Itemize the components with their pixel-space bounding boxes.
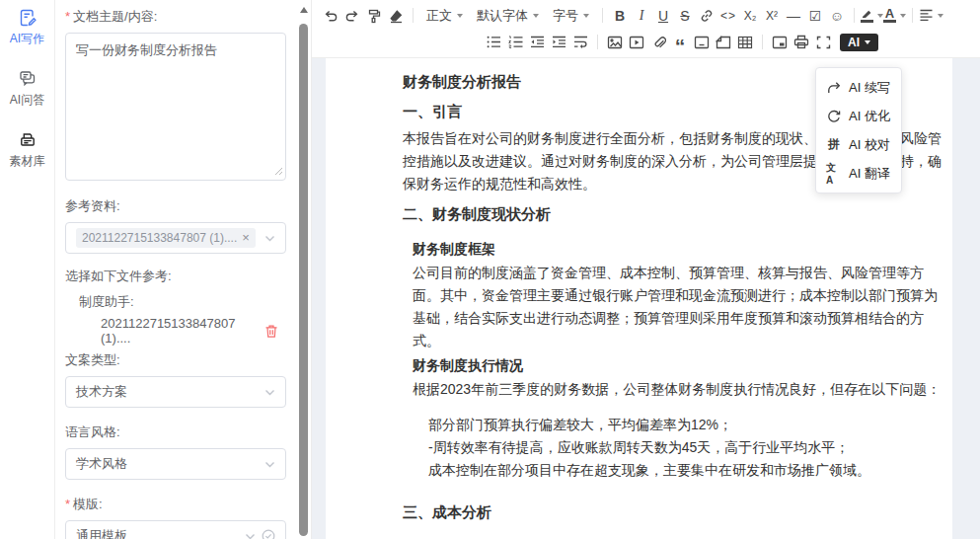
align-select[interactable]	[919, 5, 943, 27]
nav-item-label: 素材库	[10, 153, 45, 170]
template-value: 通用模板	[76, 527, 127, 539]
reference-file-tag: 2021122715133847807 (1).... ×	[76, 228, 256, 248]
type-select[interactable]: 技术方案	[65, 376, 286, 408]
nav-item-library[interactable]: 素材库	[10, 130, 45, 170]
files-section-label: 选择如下文件参考:	[65, 268, 286, 285]
page-break-icon[interactable]	[713, 32, 734, 53]
doc-block-li[interactable]: 成本控制在部分项目中存在超支现象，主要集中在研发和市场推广领域。	[403, 459, 944, 482]
doc-block-p2[interactable]: 公司目前的制度涵盖了资金管理、成本控制、预算管理、核算与报告、风险管理等方面。其…	[403, 262, 944, 352]
resize-handle-icon[interactable]	[274, 164, 283, 179]
preview-mode-icon[interactable]	[769, 32, 791, 53]
insert-video-icon[interactable]	[626, 32, 647, 53]
nav-item-label: AI写作	[10, 31, 44, 47]
attachment-icon[interactable]	[647, 32, 669, 53]
nav-item-ai-writing[interactable]: AI写作	[10, 8, 44, 47]
nav-item-ai-qa[interactable]: AI问答	[10, 69, 44, 109]
ai-dropdown-menu: AI 续写 AI 优化 拼 AI 校对 文A AI 翻译	[815, 67, 902, 193]
template-label: *模版:	[65, 496, 286, 513]
print-icon[interactable]	[791, 32, 812, 53]
undo-icon[interactable]	[320, 5, 341, 27]
bullet-list-icon[interactable]	[483, 32, 504, 53]
font-family-select[interactable]: 默认字体	[477, 7, 539, 25]
highlight-color-button[interactable]	[861, 5, 883, 27]
doc-block-p2[interactable]: 根据2023年前三季度的财务数据，公司整体财务制度执行情况良好，但存在以下问题：	[403, 378, 944, 401]
font-color-button[interactable]: A	[883, 5, 906, 27]
subscript-button[interactable]: X₂	[739, 5, 761, 27]
caret-down-icon	[900, 14, 906, 18]
library-icon	[18, 130, 38, 150]
file-group-label: 制度助手:	[65, 293, 286, 311]
topic-textarea[interactable]: 写一份财务制度分析报告	[65, 33, 286, 181]
style-label: 语言风格:	[65, 424, 286, 441]
fullscreen-icon[interactable]	[812, 32, 834, 53]
style-select[interactable]: 学术风格	[65, 448, 286, 480]
emoji-icon[interactable]: ☺	[826, 5, 848, 27]
redo-icon[interactable]	[341, 5, 363, 27]
ai-writing-panel: *文档主题/内容: 写一份财务制度分析报告 参考资料: 202112271513…	[55, 0, 296, 539]
nav-item-label: AI问答	[10, 92, 44, 109]
doc-block-h3[interactable]: 财务制度框架	[403, 238, 944, 261]
insert-image-icon[interactable]	[604, 32, 626, 53]
strikethrough-button[interactable]: S	[674, 5, 696, 27]
outdent-icon[interactable]	[526, 32, 548, 53]
caret-down-icon	[865, 40, 870, 44]
paragraph-style-select[interactable]: 正文	[426, 7, 463, 25]
horizontal-rule-icon[interactable]: —	[783, 5, 804, 27]
reference-select[interactable]: 2021122715133847807 (1).... ×	[65, 222, 286, 254]
ordered-list-icon[interactable]	[504, 32, 526, 53]
eraser-icon[interactable]	[385, 5, 407, 27]
text-wrap-icon[interactable]	[569, 32, 591, 53]
doc-block-h3[interactable]: 财务制度执行情况	[403, 354, 944, 377]
scroll-up-arrow[interactable]	[300, 7, 308, 13]
ai-menu-button[interactable]: AI	[840, 34, 878, 51]
menu-item-ai-optimize[interactable]: AI 优化	[816, 102, 901, 130]
proofread-icon: 拼	[826, 136, 842, 153]
chevron-down-icon	[264, 461, 275, 468]
panel-scrollbar	[296, 0, 312, 539]
scrollbar-thumb[interactable]	[299, 24, 308, 536]
blockquote-icon[interactable]: “	[669, 32, 691, 53]
check-circle-icon	[262, 529, 275, 539]
doc-block-h2[interactable]: 二、财务制度现状分析	[403, 202, 944, 225]
insert-table-icon[interactable]	[734, 32, 756, 53]
format-painter-icon[interactable]	[363, 5, 385, 27]
caret-down-icon	[583, 14, 589, 18]
code-block-icon[interactable]	[691, 32, 713, 53]
type-value: 技术方案	[76, 383, 127, 401]
doc-block-h2[interactable]: 三、成本分析	[403, 500, 944, 523]
translate-icon: 文A	[826, 161, 842, 186]
chevron-down-icon	[264, 235, 275, 242]
ai-qa-icon	[18, 69, 38, 89]
template-select[interactable]: 通用模板	[65, 520, 286, 539]
editor-canvas: 财务制度分析报告一、引言本报告旨在对公司的财务制度进行全面分析，包括财务制度的现…	[312, 58, 980, 539]
menu-item-ai-proofread[interactable]: 拼 AI 校对	[816, 130, 901, 159]
style-value: 学术风格	[76, 455, 127, 473]
doc-block-li[interactable]: 部分部门预算执行偏差较大，平均偏差率为12%；	[403, 414, 944, 436]
link-icon[interactable]	[696, 5, 717, 27]
editor-area: 正文 默认字体 字号 B I U S <> X₂	[312, 0, 980, 539]
tag-close-icon[interactable]: ×	[242, 233, 250, 243]
align-icon	[919, 9, 934, 22]
caret-down-icon	[457, 14, 463, 18]
optimize-icon	[826, 110, 842, 123]
inline-code-icon[interactable]: <>	[717, 5, 739, 27]
reference-label: 参考资料:	[65, 197, 286, 215]
required-asterisk: *	[65, 497, 70, 511]
superscript-button[interactable]: X²	[761, 5, 783, 27]
italic-button[interactable]: I	[631, 5, 652, 27]
indent-icon[interactable]	[548, 32, 569, 53]
task-list-icon[interactable]: ☑	[804, 5, 826, 27]
font-size-select[interactable]: 字号	[553, 7, 589, 25]
menu-item-ai-continue[interactable]: AI 续写	[816, 73, 901, 102]
menu-item-ai-translate[interactable]: 文A AI 翻译	[816, 159, 901, 188]
delete-file-icon[interactable]	[264, 324, 278, 339]
topic-label: *文档主题/内容:	[65, 8, 286, 26]
chevron-down-icon	[264, 389, 275, 396]
doc-block-li[interactable]: -周转效率有待提高，应收账款周转天数为45天，高于行业平均水平；	[403, 436, 944, 459]
underline-button[interactable]: U	[652, 5, 674, 27]
file-name: 2021122715133847807 (1)....	[101, 316, 264, 346]
caret-down-icon	[533, 14, 539, 18]
bold-button[interactable]: B	[609, 5, 631, 27]
pen-icon	[861, 8, 873, 19]
caret-down-icon	[938, 14, 943, 18]
